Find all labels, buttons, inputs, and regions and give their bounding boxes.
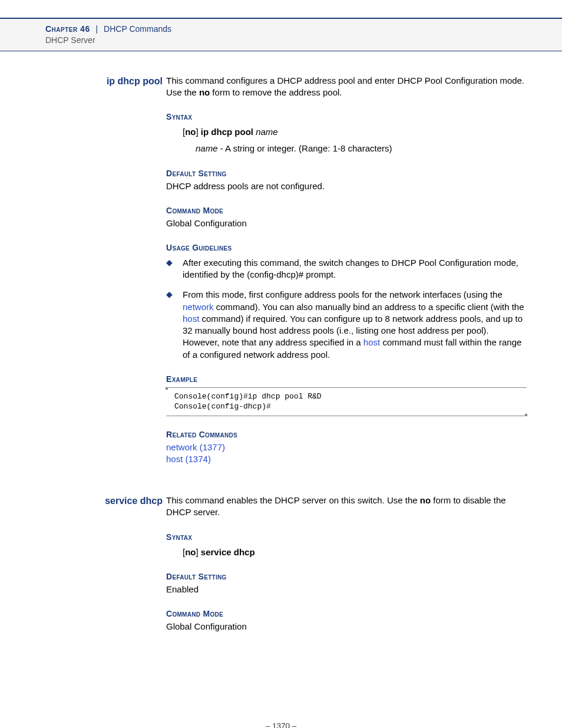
link-host-page[interactable]: host (1374): [166, 453, 527, 465]
section-subtitle: DHCP Server: [45, 35, 562, 46]
text: command). You can also manually bind an …: [214, 302, 524, 312]
link-host[interactable]: host: [363, 337, 380, 347]
command-description: This command enables the DHCP server on …: [166, 495, 506, 517]
default-text: DHCP address pools are not configured.: [166, 180, 527, 192]
usage-heading: Usage Guidelines: [166, 242, 527, 253]
param-text: - A string or integer. (Range: 1-8 chara…: [218, 143, 392, 153]
syntax-no: no: [185, 127, 196, 137]
syntax-cmd: service dhcp: [201, 547, 255, 557]
syntax-line: [no] service dhcp: [183, 546, 527, 558]
desc-text: form to remove the address pool.: [210, 87, 342, 97]
default-heading: Default Setting: [166, 168, 527, 179]
example-code: Console(config)#ip dhcp pool R&D Console…: [166, 387, 527, 416]
diamond-bullet-icon: ◆: [166, 289, 183, 361]
command-name: ip dhcp pool: [45, 75, 166, 88]
link-host[interactable]: host: [183, 314, 199, 324]
command-service-dhcp: service dhcp This command enables the DH…: [45, 495, 527, 633]
text: From this mode, first configure address …: [183, 289, 503, 299]
syntax-cmd: ip dhcp pool: [201, 127, 253, 137]
mode-text: Global Configuration: [166, 621, 527, 633]
command-name: service dhcp: [45, 495, 166, 508]
default-heading: Default Setting: [166, 571, 527, 582]
desc-text: This command enables the DHCP server on …: [166, 495, 420, 505]
bullet-text: After executing this command, the switch…: [183, 257, 527, 281]
param-name: name: [196, 143, 218, 153]
link-network[interactable]: network: [183, 302, 214, 312]
chapter-label: Chapter 46: [45, 24, 90, 34]
diamond-bullet-icon: ◆: [166, 257, 183, 281]
mode-text: Global Configuration: [166, 218, 527, 229]
command-ip-dhcp-pool: ip dhcp pool This command configures a D…: [45, 75, 527, 465]
example-heading: Example: [166, 374, 527, 385]
syntax-line: [no] ip dhcp pool name: [183, 126, 527, 138]
syntax-param: name: [256, 127, 278, 137]
syntax-heading: Syntax: [166, 532, 527, 543]
command-description: This command configures a DHCP address p…: [166, 75, 524, 97]
chapter-title: DHCP Commands: [104, 24, 171, 34]
mode-heading: Command Mode: [166, 205, 527, 216]
desc-no: no: [199, 87, 210, 97]
bullet-item: ◆ After executing this command, the swit…: [166, 257, 527, 281]
bullet-item: ◆ From this mode, first configure addres…: [166, 289, 527, 361]
bullet-text: From this mode, first configure address …: [183, 289, 527, 361]
default-text: Enabled: [166, 584, 527, 595]
page-header: Chapter 46 | DHCP Commands DHCP Server: [0, 18, 562, 51]
syntax-heading: Syntax: [166, 111, 527, 123]
separator: |: [92, 24, 102, 34]
page-content: ip dhcp pool This command configures a D…: [0, 51, 562, 633]
desc-no: no: [420, 495, 431, 505]
syntax-no: no: [185, 547, 196, 557]
link-network-page[interactable]: network (1377): [166, 442, 527, 453]
mode-heading: Command Mode: [166, 608, 527, 620]
param-description: name - A string or integer. (Range: 1-8 …: [196, 143, 527, 154]
related-heading: Related Commands: [166, 429, 527, 440]
page-number: – 1370 –: [0, 721, 562, 728]
